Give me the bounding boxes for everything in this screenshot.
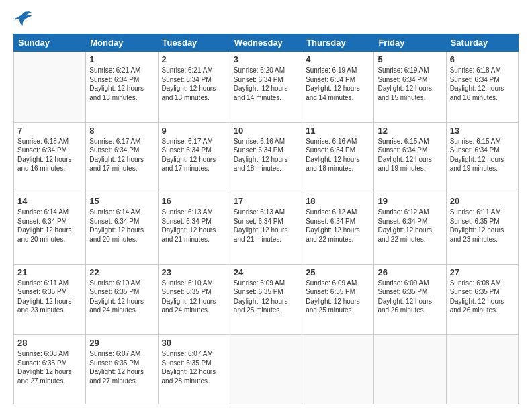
day-number: 29 <box>89 338 154 348</box>
day-number: 21 <box>17 267 82 277</box>
logo-bird-icon <box>13 11 32 26</box>
day-number: 14 <box>17 196 82 206</box>
calendar-cell <box>14 52 86 123</box>
weekday-header-monday: Monday <box>86 34 158 52</box>
day-number: 28 <box>17 338 82 348</box>
calendar-cell: 9Sunrise: 6:17 AM Sunset: 6:34 PM Daylig… <box>158 122 230 193</box>
day-number: 9 <box>162 126 226 136</box>
day-number: 5 <box>378 54 442 64</box>
day-info: Sunrise: 6:21 AM Sunset: 6:34 PM Dayligh… <box>89 66 154 102</box>
calendar-cell: 24Sunrise: 6:09 AM Sunset: 6:35 PM Dayli… <box>230 264 302 335</box>
calendar-cell: 21Sunrise: 6:11 AM Sunset: 6:35 PM Dayli… <box>14 264 86 335</box>
calendar-cell: 18Sunrise: 6:12 AM Sunset: 6:34 PM Dayli… <box>302 193 374 265</box>
day-number: 26 <box>378 267 442 277</box>
day-info: Sunrise: 6:08 AM Sunset: 6:35 PM Dayligh… <box>450 279 515 315</box>
calendar-cell <box>446 335 518 404</box>
day-number: 1 <box>89 54 154 64</box>
calendar-cell <box>302 335 374 404</box>
week-row-4: 21Sunrise: 6:11 AM Sunset: 6:35 PM Dayli… <box>14 264 519 335</box>
calendar-cell: 5Sunrise: 6:19 AM Sunset: 6:34 PM Daylig… <box>374 52 446 123</box>
day-info: Sunrise: 6:08 AM Sunset: 6:35 PM Dayligh… <box>17 349 82 385</box>
day-number: 2 <box>162 54 226 64</box>
day-info: Sunrise: 6:19 AM Sunset: 6:34 PM Dayligh… <box>306 66 370 102</box>
day-info: Sunrise: 6:16 AM Sunset: 6:34 PM Dayligh… <box>234 137 298 173</box>
week-row-2: 7Sunrise: 6:18 AM Sunset: 6:34 PM Daylig… <box>14 122 519 193</box>
calendar-cell: 4Sunrise: 6:19 AM Sunset: 6:34 PM Daylig… <box>302 52 374 123</box>
day-number: 10 <box>234 126 298 136</box>
day-number: 7 <box>17 126 82 136</box>
day-number: 30 <box>162 338 226 348</box>
calendar-cell: 7Sunrise: 6:18 AM Sunset: 6:34 PM Daylig… <box>14 122 86 193</box>
calendar-cell: 12Sunrise: 6:15 AM Sunset: 6:34 PM Dayli… <box>374 122 446 193</box>
day-info: Sunrise: 6:18 AM Sunset: 6:34 PM Dayligh… <box>450 66 515 102</box>
calendar-cell: 30Sunrise: 6:07 AM Sunset: 6:35 PM Dayli… <box>158 335 230 404</box>
day-info: Sunrise: 6:17 AM Sunset: 6:34 PM Dayligh… <box>89 137 154 173</box>
calendar-cell: 17Sunrise: 6:13 AM Sunset: 6:34 PM Dayli… <box>230 193 302 265</box>
calendar-cell: 11Sunrise: 6:16 AM Sunset: 6:34 PM Dayli… <box>302 122 374 193</box>
weekday-header-thursday: Thursday <box>302 34 374 52</box>
day-info: Sunrise: 6:15 AM Sunset: 6:34 PM Dayligh… <box>450 137 515 173</box>
day-number: 19 <box>378 196 442 206</box>
calendar-cell: 28Sunrise: 6:08 AM Sunset: 6:35 PM Dayli… <box>14 335 86 404</box>
calendar-cell: 27Sunrise: 6:08 AM Sunset: 6:35 PM Dayli… <box>446 264 518 335</box>
calendar-cell: 16Sunrise: 6:13 AM Sunset: 6:34 PM Dayli… <box>158 193 230 265</box>
weekday-header-row: SundayMondayTuesdayWednesdayThursdayFrid… <box>14 34 519 52</box>
day-number: 25 <box>306 267 370 277</box>
day-number: 3 <box>234 54 298 64</box>
day-info: Sunrise: 6:13 AM Sunset: 6:34 PM Dayligh… <box>162 208 226 244</box>
calendar-cell: 1Sunrise: 6:21 AM Sunset: 6:34 PM Daylig… <box>86 52 158 123</box>
calendar-cell: 25Sunrise: 6:09 AM Sunset: 6:35 PM Dayli… <box>302 264 374 335</box>
day-info: Sunrise: 6:14 AM Sunset: 6:34 PM Dayligh… <box>89 208 154 244</box>
calendar-cell: 22Sunrise: 6:10 AM Sunset: 6:35 PM Dayli… <box>86 264 158 335</box>
day-info: Sunrise: 6:09 AM Sunset: 6:35 PM Dayligh… <box>234 279 298 315</box>
day-info: Sunrise: 6:16 AM Sunset: 6:34 PM Dayligh… <box>306 137 370 173</box>
day-number: 8 <box>89 126 154 136</box>
calendar-cell: 19Sunrise: 6:12 AM Sunset: 6:34 PM Dayli… <box>374 193 446 265</box>
calendar-cell: 23Sunrise: 6:10 AM Sunset: 6:35 PM Dayli… <box>158 264 230 335</box>
day-info: Sunrise: 6:10 AM Sunset: 6:35 PM Dayligh… <box>162 279 226 315</box>
day-number: 22 <box>89 267 154 277</box>
calendar: SundayMondayTuesdayWednesdayThursdayFrid… <box>13 34 519 404</box>
week-row-1: 1Sunrise: 6:21 AM Sunset: 6:34 PM Daylig… <box>14 52 519 123</box>
week-row-5: 28Sunrise: 6:08 AM Sunset: 6:35 PM Dayli… <box>14 335 519 404</box>
calendar-cell: 2Sunrise: 6:21 AM Sunset: 6:34 PM Daylig… <box>158 52 230 123</box>
day-number: 27 <box>450 267 515 277</box>
weekday-header-sunday: Sunday <box>14 34 86 52</box>
calendar-cell: 20Sunrise: 6:11 AM Sunset: 6:35 PM Dayli… <box>446 193 518 265</box>
calendar-cell: 15Sunrise: 6:14 AM Sunset: 6:34 PM Dayli… <box>86 193 158 265</box>
day-info: Sunrise: 6:20 AM Sunset: 6:34 PM Dayligh… <box>234 66 298 102</box>
day-info: Sunrise: 6:09 AM Sunset: 6:35 PM Dayligh… <box>378 279 442 315</box>
day-info: Sunrise: 6:12 AM Sunset: 6:34 PM Dayligh… <box>378 208 442 244</box>
weekday-header-wednesday: Wednesday <box>230 34 302 52</box>
calendar-cell: 10Sunrise: 6:16 AM Sunset: 6:34 PM Dayli… <box>230 122 302 193</box>
day-info: Sunrise: 6:15 AM Sunset: 6:34 PM Dayligh… <box>378 137 442 173</box>
day-info: Sunrise: 6:07 AM Sunset: 6:35 PM Dayligh… <box>89 349 154 385</box>
logo <box>13 11 35 26</box>
day-number: 6 <box>450 54 515 64</box>
day-info: Sunrise: 6:12 AM Sunset: 6:34 PM Dayligh… <box>306 208 370 244</box>
calendar-cell: 13Sunrise: 6:15 AM Sunset: 6:34 PM Dayli… <box>446 122 518 193</box>
calendar-cell: 8Sunrise: 6:17 AM Sunset: 6:34 PM Daylig… <box>86 122 158 193</box>
day-info: Sunrise: 6:19 AM Sunset: 6:34 PM Dayligh… <box>378 66 442 102</box>
day-number: 18 <box>306 196 370 206</box>
day-number: 17 <box>234 196 298 206</box>
day-number: 11 <box>306 126 370 136</box>
weekday-header-friday: Friday <box>374 34 446 52</box>
calendar-cell: 6Sunrise: 6:18 AM Sunset: 6:34 PM Daylig… <box>446 52 518 123</box>
calendar-cell <box>230 335 302 404</box>
page: SundayMondayTuesdayWednesdayThursdayFrid… <box>0 0 532 411</box>
day-info: Sunrise: 6:13 AM Sunset: 6:34 PM Dayligh… <box>234 208 298 244</box>
day-number: 24 <box>234 267 298 277</box>
day-number: 20 <box>450 196 515 206</box>
calendar-cell <box>374 335 446 404</box>
day-info: Sunrise: 6:14 AM Sunset: 6:34 PM Dayligh… <box>17 208 82 244</box>
header <box>13 11 519 26</box>
day-info: Sunrise: 6:10 AM Sunset: 6:35 PM Dayligh… <box>89 279 154 315</box>
day-info: Sunrise: 6:09 AM Sunset: 6:35 PM Dayligh… <box>306 279 370 315</box>
day-info: Sunrise: 6:11 AM Sunset: 6:35 PM Dayligh… <box>17 279 82 315</box>
day-info: Sunrise: 6:11 AM Sunset: 6:35 PM Dayligh… <box>450 208 515 244</box>
calendar-cell: 26Sunrise: 6:09 AM Sunset: 6:35 PM Dayli… <box>374 264 446 335</box>
day-number: 16 <box>162 196 226 206</box>
week-row-3: 14Sunrise: 6:14 AM Sunset: 6:34 PM Dayli… <box>14 193 519 265</box>
day-info: Sunrise: 6:17 AM Sunset: 6:34 PM Dayligh… <box>162 137 226 173</box>
